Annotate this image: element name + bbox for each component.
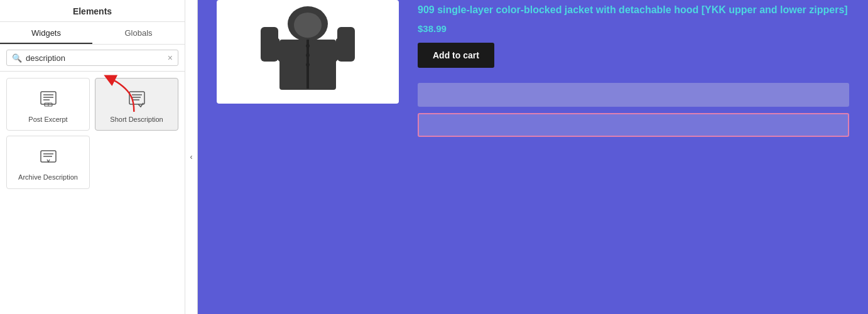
svg-rect-6 (129, 92, 144, 104)
post-excerpt-icon (36, 87, 60, 111)
panel-header: Elements (0, 0, 185, 22)
svg-rect-17 (337, 27, 355, 62)
search-icon: 🔍 (12, 53, 22, 63)
tab-widgets[interactable]: Widgets (0, 22, 92, 44)
post-excerpt-label: Post Excerpt (28, 115, 67, 124)
product-title: 909 single-layer color-blocked jacket wi… (418, 3, 849, 17)
placeholder-bars (418, 83, 849, 137)
svg-point-22 (306, 53, 310, 57)
placeholder-bar-1 (418, 83, 849, 107)
jacket-illustration (251, 5, 364, 99)
product-price: $38.99 (418, 23, 849, 34)
left-panel: Elements Widgets Globals 🔍 × (0, 0, 185, 314)
short-description-icon (125, 87, 149, 111)
placeholder-bar-2 (418, 113, 849, 137)
add-to-cart-button[interactable]: Add to cart (418, 43, 494, 68)
svg-rect-0 (41, 92, 56, 104)
clear-icon[interactable]: × (168, 53, 173, 63)
product-area: 909 single-layer color-blocked jacket wi… (198, 0, 868, 314)
widget-archive-description[interactable]: Archive Description (6, 136, 90, 188)
svg-point-23 (306, 63, 310, 67)
product-image (217, 0, 399, 104)
svg-point-21 (306, 44, 310, 48)
svg-rect-16 (261, 27, 278, 62)
product-image-column (217, 0, 399, 104)
collapse-panel-button[interactable]: ‹ (185, 0, 198, 314)
product-info-column: 909 single-layer color-blocked jacket wi… (418, 0, 849, 143)
search-row: 🔍 × (0, 45, 185, 72)
right-panel: ‹ (185, 0, 868, 314)
widget-post-excerpt[interactable]: Post Excerpt (6, 78, 90, 131)
search-input[interactable] (26, 53, 164, 63)
svg-point-19 (294, 13, 322, 38)
tab-globals[interactable]: Globals (92, 22, 185, 44)
tabs-row: Widgets Globals (0, 22, 185, 45)
archive-description-icon (36, 145, 60, 169)
widgets-grid: Post Excerpt Short Description (0, 72, 185, 195)
product-layout: 909 single-layer color-blocked jacket wi… (217, 0, 849, 314)
short-description-label: Short Description (110, 115, 163, 124)
search-box: 🔍 × (6, 50, 178, 66)
widget-short-description[interactable]: Short Description (95, 78, 178, 131)
archive-description-label: Archive Description (18, 173, 78, 181)
chevron-left-icon: ‹ (190, 153, 193, 161)
